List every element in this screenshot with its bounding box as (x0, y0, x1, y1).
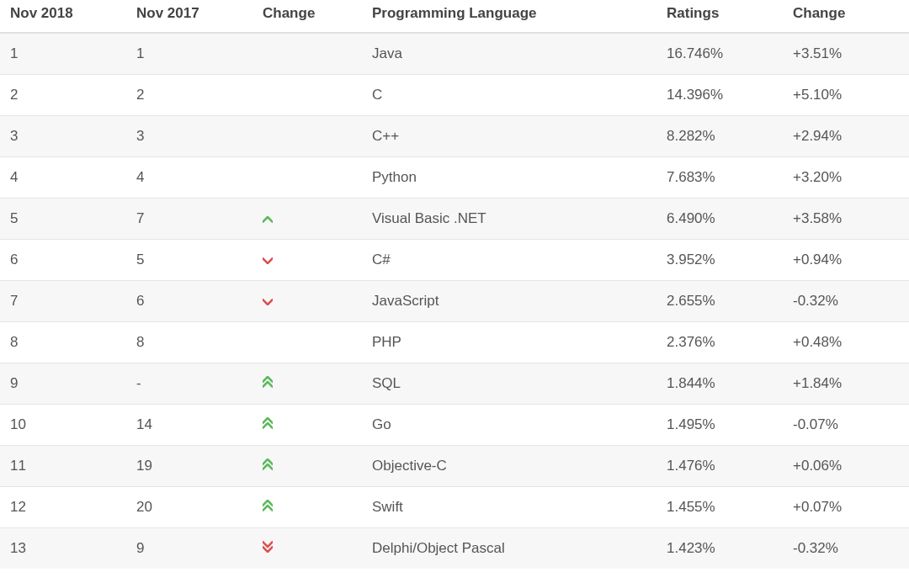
cell-ratings: 7.683% (656, 157, 783, 199)
cell-language: C (362, 75, 656, 116)
cell-nov2017: 3 (126, 116, 252, 157)
header-nov2017: Nov 2017 (126, 0, 252, 33)
table-row: 1220Swift1.455%+0.07% (0, 487, 909, 528)
cell-change: +0.07% (783, 487, 909, 528)
trend-down-icon (263, 257, 273, 264)
cell-change: +5.10% (783, 75, 909, 116)
cell-nov2017: 8 (126, 322, 252, 363)
cell-nov2017: 19 (126, 446, 252, 487)
table-row: 76JavaScript2.655%-0.32% (0, 281, 909, 322)
cell-ratings: 1.495% (656, 405, 783, 446)
cell-trend (252, 322, 362, 363)
table-row: 9-SQL1.844%+1.84% (0, 363, 909, 405)
cell-nov2018: 5 (0, 199, 126, 240)
cell-nov2017: 2 (126, 75, 252, 116)
cell-nov2017: - (126, 363, 252, 405)
cell-nov2017: 1 (126, 33, 252, 75)
trend-down-icon (263, 299, 273, 305)
header-row: Nov 2018 Nov 2017 Change Programming Lan… (0, 0, 909, 33)
cell-change: +0.06% (783, 446, 909, 487)
trend-double-up-icon (263, 417, 273, 429)
cell-change: +3.51% (783, 33, 909, 75)
cell-language: C# (362, 240, 656, 281)
cell-change: +2.94% (783, 116, 909, 157)
cell-nov2017: 6 (126, 281, 252, 322)
cell-nov2018: 3 (0, 116, 126, 157)
cell-ratings: 8.282% (656, 116, 783, 157)
cell-trend (252, 405, 362, 446)
cell-nov2018: 11 (0, 446, 126, 487)
cell-trend (252, 528, 362, 569)
cell-nov2017: 7 (126, 199, 252, 240)
cell-trend (252, 157, 362, 199)
cell-nov2018: 13 (0, 528, 126, 569)
table-row: 22C14.396%+5.10% (0, 75, 909, 116)
header-ratings: Ratings (656, 0, 783, 33)
trend-up-icon (263, 216, 273, 223)
cell-language: PHP (362, 322, 656, 363)
rankings-table: Nov 2018 Nov 2017 Change Programming Lan… (0, 0, 909, 569)
table-row: 57Visual Basic .NET6.490%+3.58% (0, 199, 909, 240)
cell-change: +0.94% (783, 240, 909, 281)
cell-ratings: 2.376% (656, 322, 783, 363)
trend-double-up-icon (263, 458, 273, 470)
cell-ratings: 2.655% (656, 281, 783, 322)
table-row: 139Delphi/Object Pascal1.423%-0.32% (0, 528, 909, 569)
cell-trend (252, 75, 362, 116)
cell-language: JavaScript (362, 281, 656, 322)
table-row: 11Java16.746%+3.51% (0, 33, 909, 75)
cell-change: +0.48% (783, 322, 909, 363)
cell-ratings: 1.455% (656, 487, 783, 528)
cell-language: Python (362, 157, 656, 199)
cell-nov2017: 20 (126, 487, 252, 528)
cell-trend (252, 116, 362, 157)
cell-ratings: 14.396% (656, 75, 783, 116)
cell-nov2018: 6 (0, 240, 126, 281)
cell-change: -0.32% (783, 281, 909, 322)
table-row: 65C#3.952%+0.94% (0, 240, 909, 281)
cell-nov2018: 9 (0, 363, 126, 405)
cell-ratings: 6.490% (656, 199, 783, 240)
cell-trend (252, 33, 362, 75)
cell-nov2018: 7 (0, 281, 126, 322)
cell-trend (252, 199, 362, 240)
header-change2: Change (783, 0, 909, 33)
header-change1: Change (252, 0, 362, 33)
cell-trend (252, 363, 362, 405)
cell-trend (252, 446, 362, 487)
cell-nov2018: 4 (0, 157, 126, 199)
cell-change: -0.32% (783, 528, 909, 569)
cell-nov2018: 8 (0, 322, 126, 363)
trend-double-down-icon (263, 541, 273, 553)
cell-language: Objective-C (362, 446, 656, 487)
trend-double-up-icon (263, 376, 273, 388)
cell-nov2018: 2 (0, 75, 126, 116)
cell-ratings: 1.423% (656, 528, 783, 569)
cell-language: C++ (362, 116, 656, 157)
cell-trend (252, 487, 362, 528)
cell-change: +1.84% (783, 363, 909, 405)
header-nov2018: Nov 2018 (0, 0, 126, 33)
table-row: 1119Objective-C1.476%+0.06% (0, 446, 909, 487)
cell-nov2018: 10 (0, 405, 126, 446)
table-row: 88PHP2.376%+0.48% (0, 322, 909, 363)
cell-language: Visual Basic .NET (362, 199, 656, 240)
table-row: 33C++8.282%+2.94% (0, 116, 909, 157)
header-language: Programming Language (362, 0, 656, 33)
cell-trend (252, 240, 362, 281)
cell-change: +3.58% (783, 199, 909, 240)
cell-nov2017: 9 (126, 528, 252, 569)
cell-ratings: 16.746% (656, 33, 783, 75)
cell-language: Java (362, 33, 656, 75)
cell-language: Delphi/Object Pascal (362, 528, 656, 569)
cell-nov2018: 12 (0, 487, 126, 528)
cell-language: Go (362, 405, 656, 446)
table-row: 44Python7.683%+3.20% (0, 157, 909, 199)
cell-nov2017: 14 (126, 405, 252, 446)
cell-nov2017: 5 (126, 240, 252, 281)
cell-ratings: 3.952% (656, 240, 783, 281)
cell-nov2017: 4 (126, 157, 252, 199)
trend-double-up-icon (263, 500, 273, 511)
cell-change: +3.20% (783, 157, 909, 199)
cell-change: -0.07% (783, 405, 909, 446)
